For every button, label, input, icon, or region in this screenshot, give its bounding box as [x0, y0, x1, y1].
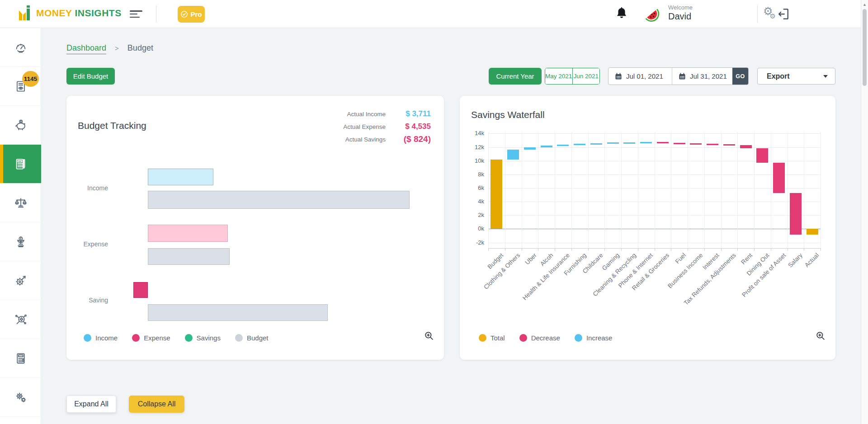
collapse-all-button[interactable]: Collapse All [129, 396, 184, 413]
legend-label: Expense [144, 334, 170, 342]
x-axis-tick [821, 248, 821, 251]
scrollbar-thumb[interactable] [863, 9, 867, 86]
stat-value: ($ 824) [386, 134, 431, 144]
x-axis-category-label: Rent [740, 252, 754, 266]
calendar-icon [615, 73, 622, 80]
bar-saving-budget [148, 304, 328, 321]
month-may-button[interactable]: May 2021 [545, 68, 573, 84]
y-axis-tick-label: 14k [461, 130, 484, 137]
app-logo[interactable]: MONEYINSIGHTS [18, 5, 122, 21]
gridline-v [638, 132, 638, 248]
current-year-button[interactable]: Current Year [489, 68, 542, 85]
legend-item-decrease[interactable]: Decrease [519, 334, 560, 342]
date-from-value: Jul 01, 2021 [626, 72, 663, 80]
menu-toggle-icon[interactable] [130, 10, 142, 19]
edit-budget-button[interactable]: Edit Budget [66, 68, 115, 85]
legend-item-increase[interactable]: Increase [575, 334, 613, 342]
waterfall-bar-rent [740, 145, 752, 149]
x-axis-category-label: Fuel [674, 252, 687, 265]
breadcrumb-dashboard-link[interactable]: Dashboard [66, 43, 106, 54]
legend-item-income[interactable]: Income [84, 334, 118, 342]
zoom-in-icon[interactable] [816, 331, 826, 343]
sidebar-item-calculator[interactable] [0, 339, 41, 378]
x-axis-category-label: Salary [787, 252, 804, 269]
gridline-v [804, 132, 804, 248]
gridline-v [821, 132, 821, 248]
month-button-group: May 2021 Jun 2021 [545, 68, 600, 85]
calendar-icon [679, 73, 686, 80]
waterfall-bar-tax-refunds-adjustments [723, 144, 735, 146]
sidebar-item-money-plant[interactable] [0, 222, 41, 261]
analysis-search-icon [14, 313, 28, 326]
sidebar-item-balance-scales[interactable] [0, 184, 41, 222]
legend-item-total[interactable]: Total [479, 334, 505, 342]
page-scrollbar[interactable]: ▲ [861, 0, 868, 424]
x-axis-category-label: Alcoh [539, 252, 554, 267]
legend-dot [84, 334, 91, 342]
sidebar-item-gauge-dashboard[interactable] [0, 28, 41, 67]
money-plant-icon [14, 235, 28, 249]
scroll-up-arrow[interactable]: ▲ [861, 0, 868, 7]
settings-gears-icon[interactable]: ⚙⚙ [763, 6, 776, 17]
goal-gear-icon [14, 274, 28, 287]
legend-dot [132, 334, 140, 342]
gridline-v [538, 132, 538, 248]
legend-label: Increase [586, 334, 613, 342]
notifications-bell-icon[interactable] [615, 6, 628, 24]
sidebar-item-piggy-bank[interactable] [0, 106, 41, 145]
check-circle-icon [180, 10, 188, 18]
sidebar-item-goal-gear[interactable] [0, 261, 41, 300]
waterfall-bar-profit-on-sale-of-asset [773, 163, 785, 193]
legend-item-budget[interactable]: Budget [235, 334, 269, 342]
legend-dot [519, 334, 527, 342]
date-to-field[interactable]: Jul 31, 2021 [672, 68, 732, 85]
gridline-v [788, 132, 788, 248]
legend-item-expense[interactable]: Expense [132, 334, 170, 342]
export-dropdown[interactable]: Export [757, 68, 835, 85]
logout-icon[interactable] [777, 7, 790, 23]
savings-waterfall-title: Savings Waterfall [471, 109, 545, 120]
stat-row: Actual Savings($ 824) [313, 133, 431, 146]
gridline-v [505, 132, 505, 248]
month-jun-button[interactable]: Jun 2021 [573, 68, 600, 84]
stat-row: Actual Income$ 3,711 [313, 108, 431, 120]
brand-money: MONEY [36, 8, 72, 18]
brand-insights: INSIGHTS [75, 8, 122, 18]
waterfall-bar-cleaning-recycling [623, 142, 635, 144]
pro-badge-button[interactable]: Pro [178, 6, 205, 23]
avatar-watermelon-icon[interactable] [642, 5, 662, 26]
legend-label: Income [95, 334, 118, 342]
legend-label: Decrease [531, 334, 560, 342]
chevron-down-icon [823, 75, 828, 78]
legend-item-savings[interactable]: Savings [185, 334, 221, 342]
brand-text: MONEYINSIGHTS [36, 8, 122, 19]
bar-saving-actual [133, 282, 148, 298]
welcome-label: Welcome [668, 4, 693, 11]
user-name: David [668, 11, 693, 22]
gridline-v [571, 132, 572, 248]
header-divider [156, 5, 156, 23]
gridline-v [621, 132, 622, 248]
zoom-in-icon[interactable] [424, 331, 434, 343]
waterfall-bar-budget [491, 160, 502, 229]
stat-label: Actual Expense [313, 123, 386, 130]
waterfall-bar-furnishing [574, 144, 585, 145]
waterfall-bar-clothing-others [507, 150, 519, 160]
date-range-picker: Jul 01, 2021 Jul 31, 2021 GO [608, 67, 749, 85]
sidebar-item-settings-gears[interactable] [0, 378, 41, 417]
y-axis-tick-label: -2k [461, 239, 484, 246]
gridline-v [604, 132, 605, 248]
expand-all-button[interactable]: Expand All [66, 396, 116, 413]
waterfall-bar-dining-out [756, 148, 768, 163]
date-from-field[interactable]: Jul 01, 2021 [609, 68, 672, 85]
budget-tracking-legend: IncomeExpenseSavingsBudget [84, 334, 269, 342]
sidebar-item-analysis-search[interactable] [0, 300, 41, 339]
go-button[interactable]: GO [732, 68, 748, 85]
bar-income-actual [148, 169, 213, 185]
x-axis-line [488, 248, 821, 249]
gridline-v [588, 132, 589, 248]
sidebar-item-budget-calculator[interactable] [0, 145, 41, 184]
sidebar-item-report-view[interactable]: 1145 [0, 67, 41, 106]
sidebar-nav: 1145 [0, 28, 41, 424]
gridline-v [671, 132, 671, 248]
